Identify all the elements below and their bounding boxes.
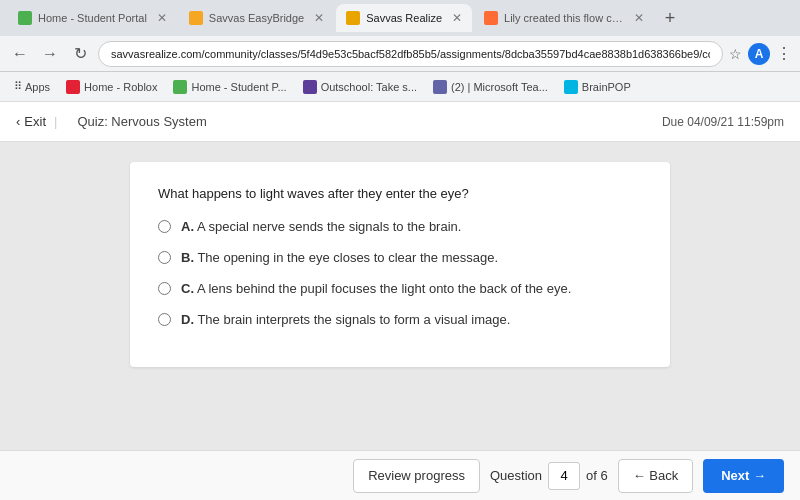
due-date: Due 04/09/21 11:59pm: [662, 115, 784, 129]
answer-label-b: B. The opening in the eye closes to clea…: [181, 250, 498, 265]
quiz-footer: Review progress Question of 6 ← Back Nex…: [0, 450, 800, 500]
review-progress-button[interactable]: Review progress: [353, 459, 480, 493]
radio-c[interactable]: [158, 282, 171, 295]
bookmark-star-icon[interactable]: ☆: [729, 46, 742, 62]
bookmark-label-roblox: Home - Roblox: [84, 81, 157, 93]
tab-savvas-easybridge[interactable]: Savvas EasyBridge ✕: [179, 4, 334, 32]
tab-close-easybridge[interactable]: ✕: [314, 11, 324, 25]
apps-label: Apps: [25, 81, 50, 93]
tab-label-home: Home - Student Portal: [38, 12, 147, 24]
tab-close-home[interactable]: ✕: [157, 11, 167, 25]
tab-savvas-realize[interactable]: Savvas Realize ✕: [336, 4, 472, 32]
tab-favicon-home: [18, 11, 32, 25]
bookmark-label-brainpop: BrainPOP: [582, 81, 631, 93]
radio-d[interactable]: [158, 313, 171, 326]
tab-label-lily: Lily created this flow chart to ...: [504, 12, 624, 24]
total-questions-label: of 6: [586, 468, 608, 483]
tab-label-easybridge: Savvas EasyBridge: [209, 12, 304, 24]
reload-button[interactable]: ↻: [68, 42, 92, 66]
app-header: ‹ Exit | Quiz: Nervous System Due 04/09/…: [0, 102, 800, 142]
chevron-left-icon: ‹: [16, 114, 20, 129]
bookmark-brainpop[interactable]: BrainPOP: [558, 78, 637, 96]
question-text: What happens to light waves after they e…: [158, 186, 642, 201]
bookmark-label-teams: (2) | Microsoft Tea...: [451, 81, 548, 93]
question-label: Question: [490, 468, 542, 483]
back-nav-button[interactable]: ←: [8, 42, 32, 66]
bookmark-home-student[interactable]: Home - Student P...: [167, 78, 292, 96]
quiz-title: Quiz: Nervous System: [77, 114, 206, 129]
bookmark-favicon-outschool: [303, 80, 317, 94]
profile-button[interactable]: A: [748, 43, 770, 65]
forward-nav-button[interactable]: →: [38, 42, 62, 66]
tab-close-lily[interactable]: ✕: [634, 11, 644, 25]
tab-label-realize: Savvas Realize: [366, 12, 442, 24]
bookmarks-apps-button[interactable]: ⠿ Apps: [8, 78, 56, 95]
tab-close-realize[interactable]: ✕: [452, 11, 462, 25]
tab-favicon-realize: [346, 11, 360, 25]
tab-lily[interactable]: Lily created this flow chart to ... ✕: [474, 4, 654, 32]
tab-favicon-easybridge: [189, 11, 203, 25]
answer-label-a: A. A special nerve sends the signals to …: [181, 219, 461, 234]
bookmark-outschool[interactable]: Outschool: Take s...: [297, 78, 423, 96]
back-button[interactable]: ← Back: [618, 459, 694, 493]
question-number-input[interactable]: [548, 462, 580, 490]
answer-label-d: D. The brain interprets the signals to f…: [181, 312, 510, 327]
bookmark-label-outschool: Outschool: Take s...: [321, 81, 417, 93]
tab-home-student-portal[interactable]: Home - Student Portal ✕: [8, 4, 177, 32]
menu-button[interactable]: ⋮: [776, 44, 792, 63]
bookmark-favicon-student: [173, 80, 187, 94]
answer-option-c[interactable]: C. A lens behind the pupil focuses the l…: [158, 281, 642, 296]
apps-grid-icon: ⠿: [14, 80, 22, 93]
question-navigation: Question of 6: [490, 462, 608, 490]
address-bar-row: ← → ↻ ☆ A ⋮: [0, 36, 800, 72]
answer-option-a[interactable]: A. A special nerve sends the signals to …: [158, 219, 642, 234]
answer-label-c: C. A lens behind the pupil focuses the l…: [181, 281, 571, 296]
bookmark-favicon-roblox: [66, 80, 80, 94]
exit-button[interactable]: ‹ Exit: [16, 114, 46, 129]
quiz-content-area: What happens to light waves after they e…: [0, 142, 800, 450]
bookmark-label-student: Home - Student P...: [191, 81, 286, 93]
radio-b[interactable]: [158, 251, 171, 264]
bookmarks-bar: ⠿ Apps Home - Roblox Home - Student P...…: [0, 72, 800, 102]
next-button[interactable]: Next →: [703, 459, 784, 493]
address-input[interactable]: [98, 41, 723, 67]
answer-option-b[interactable]: B. The opening in the eye closes to clea…: [158, 250, 642, 265]
tab-favicon-lily: [484, 11, 498, 25]
new-tab-button[interactable]: +: [656, 4, 684, 32]
question-card: What happens to light waves after they e…: [130, 162, 670, 367]
bookmark-favicon-brainpop: [564, 80, 578, 94]
answer-option-d[interactable]: D. The brain interprets the signals to f…: [158, 312, 642, 327]
bookmark-microsoft-teams[interactable]: (2) | Microsoft Tea...: [427, 78, 554, 96]
exit-label: Exit: [24, 114, 46, 129]
bookmark-favicon-teams: [433, 80, 447, 94]
tab-bar: Home - Student Portal ✕ Savvas EasyBridg…: [0, 0, 800, 36]
radio-a[interactable]: [158, 220, 171, 233]
bookmark-home-roblox[interactable]: Home - Roblox: [60, 78, 163, 96]
